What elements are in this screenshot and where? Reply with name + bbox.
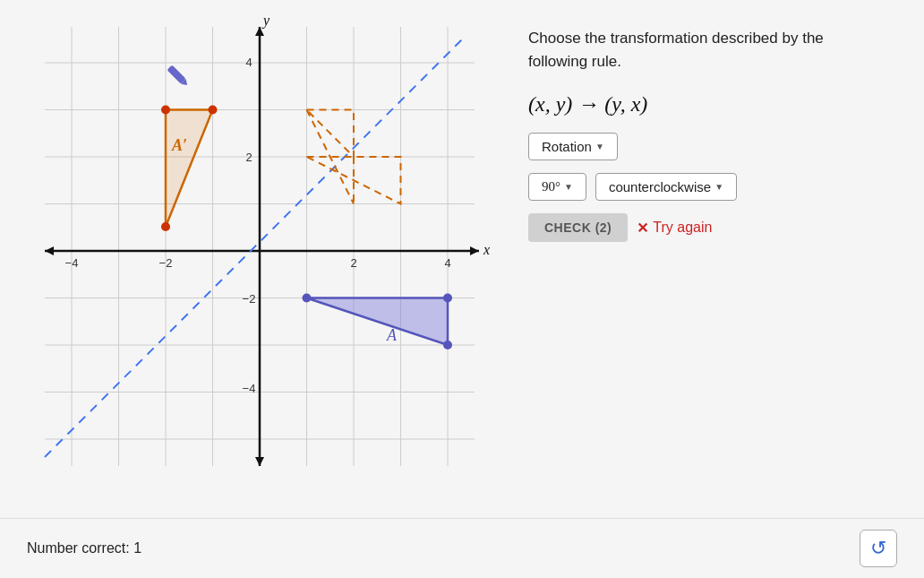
svg-marker-20 bbox=[470, 246, 479, 255]
svg-point-46 bbox=[303, 294, 312, 303]
svg-marker-22 bbox=[255, 27, 264, 36]
try-again-container: ✕ Try again bbox=[637, 220, 712, 237]
direction-dropdown[interactable]: counterclockwise ▼ bbox=[595, 173, 737, 201]
description: Choose the transformation described by t… bbox=[528, 27, 897, 73]
coordinate-graph: x y −4 −2 2 4 4 2 −2 −4 A′ bbox=[27, 18, 492, 475]
svg-text:4: 4 bbox=[245, 56, 252, 69]
description-line2: following rule. bbox=[528, 53, 621, 70]
svg-text:A: A bbox=[386, 326, 398, 344]
svg-point-47 bbox=[443, 341, 452, 349]
svg-text:2: 2 bbox=[350, 256, 356, 270]
transformation-dropdown-wrapper: Rotation ▼ bbox=[528, 133, 897, 160]
transformation-dropdown[interactable]: Rotation ▼ bbox=[528, 133, 618, 160]
graph-area: x y −4 −2 2 4 4 2 −2 −4 A′ bbox=[27, 18, 492, 479]
description-line1: Choose the transformation described by t… bbox=[528, 30, 824, 47]
svg-text:−4: −4 bbox=[243, 382, 256, 395]
refresh-button[interactable]: ↺ bbox=[860, 530, 897, 567]
main-content: x y −4 −2 2 4 4 2 −2 −4 A′ bbox=[0, 0, 924, 518]
svg-text:−2: −2 bbox=[159, 256, 173, 270]
svg-text:x: x bbox=[483, 242, 490, 257]
number-correct: Number correct: 1 bbox=[27, 540, 141, 556]
svg-marker-41 bbox=[307, 298, 449, 346]
svg-text:y: y bbox=[261, 18, 270, 29]
degree-label: 90° bbox=[542, 179, 560, 194]
svg-text:−4: −4 bbox=[65, 256, 79, 270]
right-panel: Choose the transformation described by t… bbox=[528, 18, 897, 242]
svg-marker-21 bbox=[45, 246, 54, 255]
rule-display: (x, y) → (y, x) bbox=[528, 92, 897, 116]
check-button[interactable]: CHECK (2) bbox=[528, 213, 628, 242]
controls: Rotation ▼ 90° ▼ counterclockwise ▼ CHEC… bbox=[528, 133, 897, 242]
svg-marker-38 bbox=[307, 110, 355, 158]
rule-text: (x, y) → (y, x) bbox=[528, 92, 647, 116]
degree-arrow: ▼ bbox=[564, 182, 573, 192]
degree-direction-row: 90° ▼ counterclockwise ▼ bbox=[528, 173, 897, 201]
try-again-label: Try again bbox=[653, 220, 712, 236]
svg-marker-23 bbox=[255, 457, 264, 466]
svg-marker-36 bbox=[166, 110, 213, 228]
svg-text:2: 2 bbox=[245, 151, 252, 164]
direction-arrow: ▼ bbox=[714, 182, 723, 192]
transformation-arrow: ▼ bbox=[595, 142, 604, 151]
check-label: CHECK (2) bbox=[544, 220, 612, 235]
check-row: CHECK (2) ✕ Try again bbox=[528, 213, 897, 242]
svg-point-45 bbox=[161, 222, 170, 231]
x-mark-icon: ✕ bbox=[637, 220, 648, 237]
svg-text:A′: A′ bbox=[171, 136, 187, 154]
degree-dropdown[interactable]: 90° ▼ bbox=[528, 173, 586, 201]
svg-point-43 bbox=[161, 106, 170, 115]
svg-point-48 bbox=[443, 294, 452, 303]
bottom-bar: Number correct: 1 ↺ bbox=[0, 518, 924, 578]
svg-text:4: 4 bbox=[444, 256, 450, 270]
svg-text:−2: −2 bbox=[243, 292, 256, 306]
direction-label: counterclockwise bbox=[609, 179, 711, 194]
svg-rect-49 bbox=[167, 65, 185, 83]
refresh-icon: ↺ bbox=[870, 537, 886, 560]
svg-point-44 bbox=[209, 106, 218, 115]
transformation-label: Rotation bbox=[542, 139, 592, 154]
